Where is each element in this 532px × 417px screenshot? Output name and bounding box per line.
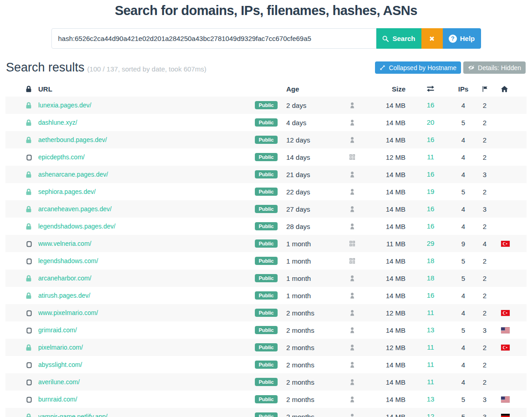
flag-us [501, 327, 510, 333]
requests-link[interactable]: 13 [427, 395, 435, 403]
results-title: Search results(100 / 137, sorted by date… [6, 61, 206, 75]
requests-link[interactable]: 13 [427, 326, 435, 334]
country-flag-cell [498, 414, 519, 417]
size-cell: 14 MB [373, 102, 405, 109]
url-link[interactable]: arcaneharbor.com/ [38, 275, 91, 282]
url-link[interactable]: averilune.com/ [38, 378, 80, 386]
requests-link[interactable]: 16 [427, 291, 435, 299]
size-cell: 14 MB [373, 326, 405, 334]
ips-cell: 5 [456, 275, 471, 282]
flag-icon [471, 85, 498, 93]
table-row: arcaneheaven.pages.dev/ Public 27 days 1… [5, 200, 527, 218]
countries-cell: 3 [471, 205, 498, 213]
security-cell [25, 170, 34, 179]
table-row: legendshadows.pages.dev/ Public 28 days … [5, 218, 527, 235]
table-row: burnraid.com/ Public 2 months 14 MB 13 5… [5, 391, 527, 408]
countries-cell: 2 [471, 153, 498, 161]
collapse-button-label: Collapsed by Hostname [389, 64, 456, 71]
visibility-badge: Public [255, 326, 277, 334]
requests-link[interactable]: 12 [427, 412, 435, 417]
ips-cell: 5 [456, 326, 471, 334]
age-cell: 1 month [278, 275, 332, 282]
url-link[interactable]: pixelmario.com/ [38, 344, 83, 351]
size-cell: 12 MB [373, 344, 405, 351]
url-link[interactable]: lunexia.pages.dev/ [38, 102, 91, 109]
requests-link[interactable]: 11 [427, 309, 434, 316]
ips-cell: 5 [456, 188, 471, 196]
security-cell [25, 118, 34, 127]
url-link[interactable]: legendshadows.com/ [38, 257, 98, 264]
countries-cell: 2 [471, 119, 498, 127]
url-link[interactable]: www.velneria.com/ [38, 240, 91, 247]
age-cell: 2 months [278, 361, 332, 369]
url-link[interactable]: atirush.pages.dev/ [38, 292, 90, 299]
security-cell [25, 343, 34, 352]
source-cell [332, 378, 373, 386]
requests-link[interactable]: 11 [427, 378, 434, 386]
requests-link[interactable]: 16 [427, 136, 435, 143]
url-link[interactable]: burnraid.com/ [38, 396, 77, 403]
requests-link[interactable]: 18 [427, 274, 435, 282]
url-link[interactable]: sephiora.pages.dev/ [38, 188, 96, 195]
ips-cell: 4 [456, 344, 471, 351]
visibility-badge: Public [255, 101, 277, 109]
requests-link[interactable]: 16 [427, 101, 435, 109]
size-cell: 14 MB [373, 223, 405, 230]
url-link[interactable]: ashenarcane.pages.dev/ [38, 171, 108, 178]
size-cell: 12 MB [373, 153, 405, 161]
collapse-by-hostname-button[interactable]: Collapsed by Hostname [375, 61, 461, 74]
column-header-age: Age [278, 85, 332, 93]
search-input[interactable] [51, 28, 376, 49]
url-link[interactable]: arcaneheaven.pages.dev/ [38, 205, 111, 213]
requests-link[interactable]: 11 [427, 361, 434, 368]
requests-link[interactable]: 11 [427, 343, 434, 351]
url-link[interactable]: epicdepths.com/ [38, 153, 85, 161]
flag-tr [501, 310, 510, 316]
clear-button[interactable] [421, 28, 443, 49]
requests-link[interactable]: 19 [427, 188, 435, 195]
results-toolbar: Collapsed by Hostname Details: Hidden [375, 61, 526, 74]
security-cell [25, 326, 34, 335]
details-toggle-button[interactable]: Details: Hidden [463, 61, 526, 74]
countries-cell: 2 [471, 275, 498, 282]
lock-icon [25, 101, 33, 110]
url-link[interactable]: grimraid.com/ [38, 326, 77, 334]
lock-icon [25, 343, 33, 352]
table-row: epicdepths.com/ Public 14 days 12 MB 11 … [5, 148, 527, 166]
url-link[interactable]: legendshadows.pages.dev/ [38, 223, 116, 230]
ips-cell: 5 [456, 413, 471, 417]
security-cell [25, 101, 34, 110]
countries-cell: 2 [471, 361, 498, 369]
user-icon [349, 136, 356, 144]
source-cell [332, 153, 373, 161]
age-cell: 2 months [278, 309, 332, 317]
age-cell: 28 days [278, 223, 332, 230]
requests-link[interactable]: 11 [427, 153, 434, 161]
table-row: abysslight.com/ Public 2 months 14 MB 11… [5, 356, 527, 373]
url-link[interactable]: aetherbound.pages.dev/ [38, 136, 107, 143]
requests-link[interactable]: 16 [427, 222, 435, 230]
source-cell [332, 240, 373, 247]
url-link[interactable]: vampir-game.netlify.app/ [38, 413, 107, 417]
source-cell [332, 396, 373, 403]
requests-link[interactable]: 29 [427, 239, 435, 247]
qrcode-icon [349, 240, 356, 247]
url-link[interactable]: dashlune.xyz/ [38, 119, 77, 126]
requests-link[interactable]: 20 [427, 118, 435, 126]
security-cell [25, 274, 34, 283]
lock-icon [25, 205, 33, 214]
requests-link[interactable]: 16 [427, 170, 435, 178]
user-icon [349, 205, 356, 213]
search-button[interactable]: Search [376, 28, 421, 49]
requests-link[interactable]: 18 [427, 257, 435, 264]
help-button[interactable]: ? Help [443, 28, 481, 49]
qrcode-icon [349, 257, 356, 264]
visibility-badge: Public [255, 274, 277, 282]
table-row: arcaneharbor.com/ Public 1 month 14 MB 1… [5, 270, 527, 287]
url-link[interactable]: abysslight.com/ [38, 361, 82, 368]
requests-link[interactable]: 16 [427, 205, 435, 213]
url-link[interactable]: www.pixelmario.com/ [38, 309, 98, 316]
visibility-badge: Public [255, 309, 277, 317]
flag-us [501, 397, 510, 402]
security-cell [25, 188, 34, 196]
